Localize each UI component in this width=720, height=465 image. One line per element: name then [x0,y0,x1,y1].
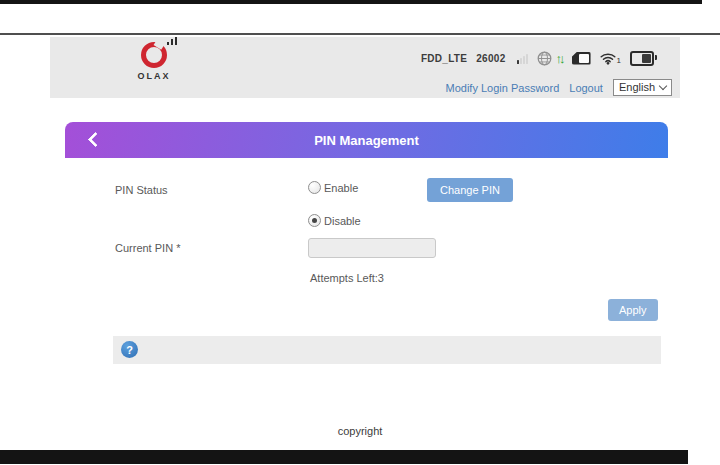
network-type-label: FDD_LTE [421,53,467,64]
disable-radio[interactable] [308,214,321,227]
globe-icon [537,51,552,66]
logout-link[interactable]: Logout [569,82,603,94]
attempts-left-text: Attempts Left:3 [310,272,384,284]
top-border-bar [0,0,702,4]
status-bar: FDD_LTE 26002 ↑↓ [421,48,654,68]
help-icon[interactable]: ? [121,341,138,358]
back-button[interactable] [87,132,103,148]
enable-radio[interactable] [308,181,321,194]
wifi-client-count: 1 [617,57,621,65]
current-pin-label: Current PIN * [115,242,180,254]
top-divider-line [0,33,720,35]
copyright-text: copyright [0,425,720,437]
traffic-arrows-icon: ↑↓ [556,52,563,65]
logo-bar-icon [167,42,169,45]
device-header: OLAX FDD_LTE 26002 ↑↓ [50,37,680,98]
logo-bar-icon [175,37,177,45]
disable-label: Disable [324,215,361,227]
page: OLAX FDD_LTE 26002 ↑↓ [0,0,720,465]
help-bar: ? [113,336,661,364]
current-pin-input[interactable] [308,238,436,258]
olax-logo: OLAX [124,42,184,81]
card-titlebar: PIN Management [65,122,668,158]
page-title: PIN Management [314,133,419,148]
back-icon [88,132,104,148]
apply-button[interactable]: Apply [608,299,658,321]
enable-label: Enable [324,182,358,194]
language-selected-value: English [619,81,655,93]
signal-bars-icon [517,53,528,64]
pin-management-card: PIN Management PIN Status Enable Change … [65,122,668,372]
pin-status-label: PIN Status [115,184,168,196]
language-select[interactable]: English [613,79,672,96]
logo-bar-icon [171,39,173,45]
sim-card-icon [572,52,591,65]
bottom-border-bar [0,450,688,464]
modify-login-password-link[interactable]: Modify Login Password [446,82,560,94]
change-pin-button[interactable]: Change PIN [427,178,513,202]
battery-icon [630,51,654,66]
account-links-row: Modify Login Password Logout English [446,79,672,96]
chevron-down-icon [659,81,667,89]
olax-logo-ring [141,42,167,68]
brand-name: OLAX [124,71,184,81]
enable-option[interactable]: Enable [308,181,358,194]
disable-option[interactable]: Disable [308,214,361,227]
operator-code-label: 26002 [476,53,505,64]
wifi-icon: 1 [600,52,621,65]
